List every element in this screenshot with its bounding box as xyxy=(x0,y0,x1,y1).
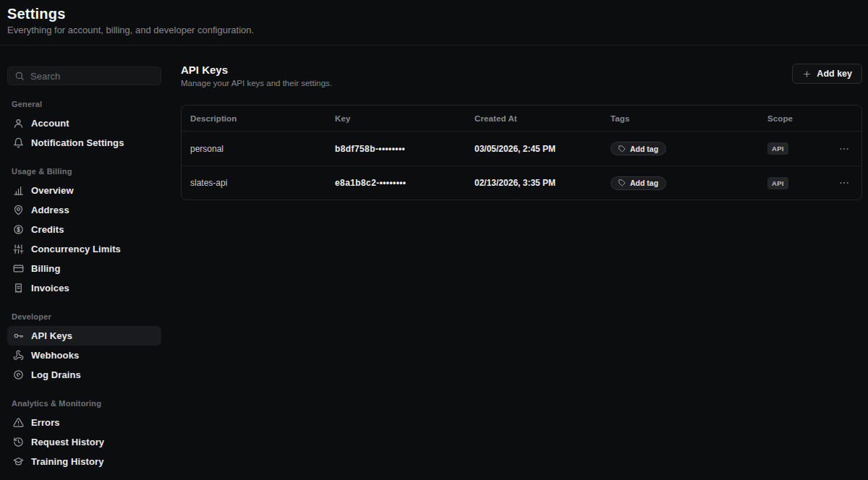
key-value: e8a1b8c2-•••••••• xyxy=(335,178,475,188)
main-panel: API Keys Manage your API keys and their … xyxy=(174,46,868,200)
search-box[interactable] xyxy=(7,67,161,85)
page-subtitle: Everything for account, billing, and dev… xyxy=(7,25,861,35)
row-menu-button[interactable] xyxy=(835,140,853,158)
tags-cell: Add tag xyxy=(610,142,767,155)
dollar-circle-icon xyxy=(13,224,24,235)
sidebar-item-webhooks[interactable]: Webhooks xyxy=(7,346,161,365)
add-tag-button[interactable]: Add tag xyxy=(610,176,666,190)
main-header-text: API Keys Manage your API keys and their … xyxy=(181,64,332,87)
sidebar-item-label: API Keys xyxy=(31,330,72,341)
add-tag-label: Add tag xyxy=(630,145,658,153)
section-label: Analytics & Monitoring xyxy=(7,399,161,408)
add-key-label: Add key xyxy=(817,69,852,79)
search-icon xyxy=(14,71,25,81)
page-header: Settings Everything for account, billing… xyxy=(0,0,868,46)
row-menu-button[interactable] xyxy=(835,174,853,192)
sidebar-item-label: Address xyxy=(31,205,69,215)
add-tag-button[interactable]: Add tag xyxy=(610,142,666,155)
sidebar-item-credits[interactable]: Credits xyxy=(7,220,161,239)
user-icon xyxy=(13,118,24,129)
tag-icon xyxy=(618,179,626,187)
table-row: slates-api e8a1b8c2-•••••••• 02/13/2026,… xyxy=(182,166,861,200)
section-label: Usage & Billing xyxy=(7,167,161,176)
section-subtitle: Manage your API keys and their settings. xyxy=(181,79,332,87)
sidebar-item-label: Credits xyxy=(31,224,64,235)
search-input[interactable] xyxy=(30,71,154,82)
ellipsis-icon xyxy=(838,177,850,189)
scope-cell: API xyxy=(767,177,835,189)
webhook-icon xyxy=(13,350,24,361)
sidebar-item-notification-settings[interactable]: Notification Settings xyxy=(7,133,161,153)
sidebar-item-label: Account xyxy=(31,118,69,129)
sidebar-item-log-drains[interactable]: Log Drains xyxy=(7,365,161,385)
graduation-cap-icon xyxy=(13,456,24,467)
key-created-at: 03/05/2026, 2:45 PM xyxy=(475,144,610,154)
api-keys-table: Description Key Created At Tags Scope pe… xyxy=(181,105,862,200)
scope-badge: API xyxy=(767,177,788,189)
section-title: API Keys xyxy=(181,64,332,76)
table-header-row: Description Key Created At Tags Scope xyxy=(182,106,861,132)
history-clock-icon xyxy=(13,437,24,447)
sidebar-item-concurrency-limits[interactable]: Concurrency Limits xyxy=(7,239,161,259)
section-label: General xyxy=(7,100,161,108)
sidebar-item-billing[interactable]: Billing xyxy=(7,259,161,278)
warning-triangle-icon xyxy=(13,417,24,428)
page-title: Settings xyxy=(7,6,861,22)
sidebar-item-request-history[interactable]: Request History xyxy=(7,432,161,452)
section-label: Developer xyxy=(7,312,161,321)
sidebar-item-invoices[interactable]: Invoices xyxy=(7,278,161,298)
sidebar-item-api-keys[interactable]: API Keys xyxy=(7,326,161,346)
plus-icon xyxy=(802,69,812,79)
tag-icon xyxy=(618,145,626,153)
sidebar-item-label: Notification Settings xyxy=(31,137,124,148)
sidebar-section-usage-billing: Usage & Billing Overview Address Credits xyxy=(7,167,161,298)
tags-cell: Add tag xyxy=(610,176,767,190)
sidebar-item-overview[interactable]: Overview xyxy=(7,181,161,200)
sidebar-section-general: General Account Notification Settings xyxy=(7,100,161,153)
sidebar-section-developer: Developer API Keys Webhooks Log Drains xyxy=(7,312,161,385)
sidebar-item-address[interactable]: Address xyxy=(7,200,161,220)
sidebar-item-label: Errors xyxy=(31,417,60,428)
column-header-scope: Scope xyxy=(767,114,835,123)
ellipsis-icon xyxy=(838,143,850,155)
key-icon xyxy=(13,330,24,341)
drain-icon xyxy=(13,369,24,380)
column-header-description: Description xyxy=(190,114,335,123)
sidebar-item-label: Request History xyxy=(31,437,104,447)
key-description: slates-api xyxy=(190,178,335,188)
map-pin-icon xyxy=(13,205,24,215)
sidebar-item-account[interactable]: Account xyxy=(7,113,161,133)
sidebar-item-label: Overview xyxy=(31,185,74,196)
column-header-key: Key xyxy=(335,114,475,123)
sliders-icon xyxy=(13,244,24,254)
scope-cell: API xyxy=(767,142,835,155)
bar-chart-icon xyxy=(13,185,24,196)
sidebar-item-label: Log Drains xyxy=(31,369,81,380)
content: General Account Notification Settings Us… xyxy=(0,46,868,471)
key-description: personal xyxy=(190,144,335,154)
credit-card-icon xyxy=(13,263,24,274)
add-tag-label: Add tag xyxy=(630,179,658,187)
add-key-button[interactable]: Add key xyxy=(792,64,862,84)
column-header-tags: Tags xyxy=(610,114,767,123)
key-created-at: 02/13/2026, 3:35 PM xyxy=(475,178,610,188)
table-row: personal b8df758b-•••••••• 03/05/2026, 2… xyxy=(182,132,861,166)
key-value: b8df758b-•••••••• xyxy=(335,144,475,154)
sidebar-item-label: Concurrency Limits xyxy=(31,244,121,254)
sidebar-item-label: Invoices xyxy=(31,283,69,293)
sidebar-item-label: Training History xyxy=(31,456,104,467)
sidebar-item-training-history[interactable]: Training History xyxy=(7,452,161,471)
bell-icon xyxy=(13,137,24,148)
receipt-icon xyxy=(13,283,24,293)
column-header-created-at: Created At xyxy=(475,114,610,123)
scope-badge: API xyxy=(767,142,788,155)
sidebar-item-errors[interactable]: Errors xyxy=(7,413,161,432)
sidebar-item-label: Billing xyxy=(31,263,60,274)
sidebar-item-label: Webhooks xyxy=(31,350,79,361)
sidebar-section-analytics: Analytics & Monitoring Errors Request Hi… xyxy=(7,399,161,471)
sidebar: General Account Notification Settings Us… xyxy=(0,46,174,471)
main-header: API Keys Manage your API keys and their … xyxy=(181,64,862,87)
